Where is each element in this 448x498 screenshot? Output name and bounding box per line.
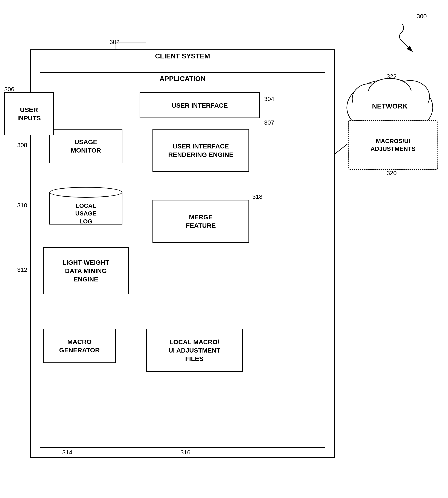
- ref-322: 322: [386, 73, 397, 80]
- ref-302: 302: [110, 39, 120, 46]
- user-interface-box: USER INTERFACE: [140, 92, 260, 118]
- ref-314: 314: [62, 449, 72, 456]
- application-label: APPLICATION: [160, 74, 206, 83]
- local-macro-box: LOCAL MACRO/ UI ADJUSTMENT FILES: [146, 329, 243, 372]
- data-mining-label: LIGHT-WEIGHT DATA MINING ENGINE: [63, 258, 109, 283]
- macro-generator-label: MACRO GENERATOR: [59, 337, 100, 354]
- usage-monitor-label: USAGE MONITOR: [71, 138, 101, 154]
- ref-304: 304: [264, 96, 274, 102]
- svg-text:NETWORK: NETWORK: [372, 102, 407, 110]
- diagram: 300 CLIENT SYSTEM 302 APPLICATION USER I…: [0, 0, 448, 498]
- ref-312: 312: [17, 266, 27, 273]
- ref-320: 320: [386, 170, 397, 177]
- ref-318: 318: [252, 193, 262, 200]
- merge-feature-label: MERGE FEATURE: [186, 213, 216, 230]
- merge-feature-box: MERGE FEATURE: [152, 200, 249, 243]
- ref-308: 308: [17, 142, 27, 149]
- macros-ui-box: MACROS/UI ADJUSTMENTS: [348, 120, 438, 170]
- ref-307: 307: [264, 119, 274, 126]
- ui-rendering-label: USER INTERFACE RENDERING ENGINE: [168, 142, 233, 159]
- cylinder-top: [49, 187, 122, 198]
- client-system-label: CLIENT SYSTEM: [155, 52, 210, 61]
- local-usage-log: LOCAL USAGE LOG: [49, 185, 122, 232]
- cylinder-label: LOCAL USAGE LOG: [49, 202, 122, 225]
- macro-generator-box: MACRO GENERATOR: [43, 329, 116, 363]
- data-mining-box: LIGHT-WEIGHT DATA MINING ENGINE: [43, 247, 129, 294]
- ui-rendering-box: USER INTERFACE RENDERING ENGINE: [152, 129, 249, 172]
- ref-316: 316: [180, 449, 191, 456]
- macros-ui-label: MACROS/UI ADJUSTMENTS: [370, 137, 416, 153]
- usage-monitor-box: USAGE MONITOR: [49, 129, 122, 163]
- ref-300: 300: [417, 13, 427, 20]
- user-inputs-label: USER INPUTS: [17, 105, 41, 122]
- user-interface-label: USER INTERFACE: [172, 101, 228, 110]
- user-inputs-box: USER INPUTS: [4, 92, 54, 135]
- ref-306: 306: [4, 86, 14, 93]
- local-macro-label: LOCAL MACRO/ UI ADJUSTMENT FILES: [168, 338, 220, 363]
- ref-310: 310: [17, 202, 27, 209]
